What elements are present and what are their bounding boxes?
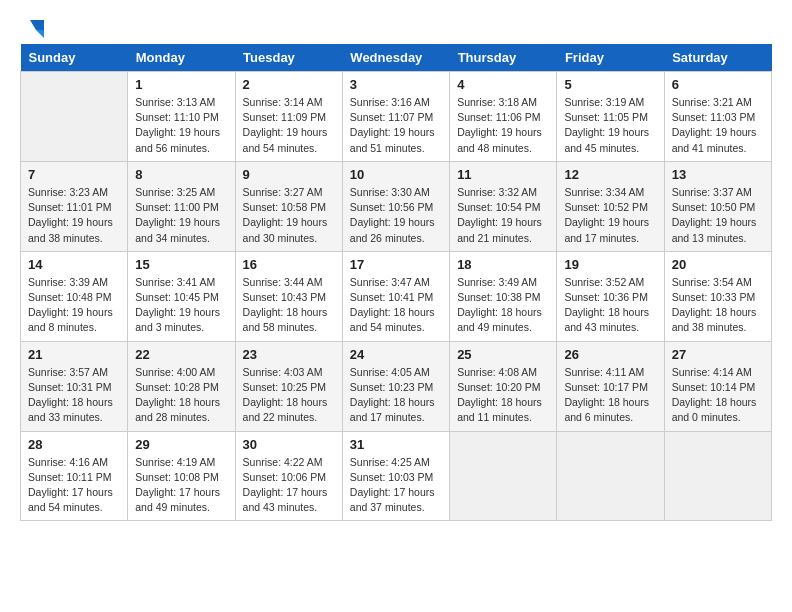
calendar-day: 31Sunrise: 4:25 AMSunset: 10:03 PMDaylig… xyxy=(342,431,449,521)
calendar-week: 7Sunrise: 3:23 AMSunset: 11:01 PMDayligh… xyxy=(21,161,772,251)
calendar-day: 2Sunrise: 3:14 AMSunset: 11:09 PMDayligh… xyxy=(235,72,342,162)
svg-marker-1 xyxy=(36,30,44,38)
calendar-day: 9Sunrise: 3:27 AMSunset: 10:58 PMDayligh… xyxy=(235,161,342,251)
day-info: Sunrise: 3:41 AMSunset: 10:45 PMDaylight… xyxy=(135,275,227,336)
calendar-day: 21Sunrise: 3:57 AMSunset: 10:31 PMDaylig… xyxy=(21,341,128,431)
day-number: 15 xyxy=(135,257,227,272)
day-info: Sunrise: 3:47 AMSunset: 10:41 PMDaylight… xyxy=(350,275,442,336)
calendar-day: 24Sunrise: 4:05 AMSunset: 10:23 PMDaylig… xyxy=(342,341,449,431)
day-info: Sunrise: 3:49 AMSunset: 10:38 PMDaylight… xyxy=(457,275,549,336)
day-info: Sunrise: 3:23 AMSunset: 11:01 PMDaylight… xyxy=(28,185,120,246)
calendar-day: 17Sunrise: 3:47 AMSunset: 10:41 PMDaylig… xyxy=(342,251,449,341)
day-number: 19 xyxy=(564,257,656,272)
day-info: Sunrise: 4:03 AMSunset: 10:25 PMDaylight… xyxy=(243,365,335,426)
day-number: 24 xyxy=(350,347,442,362)
day-info: Sunrise: 3:18 AMSunset: 11:06 PMDaylight… xyxy=(457,95,549,156)
day-info: Sunrise: 4:11 AMSunset: 10:17 PMDaylight… xyxy=(564,365,656,426)
calendar-body: 1Sunrise: 3:13 AMSunset: 11:10 PMDayligh… xyxy=(21,72,772,521)
day-info: Sunrise: 4:25 AMSunset: 10:03 PMDaylight… xyxy=(350,455,442,516)
header-day: Tuesday xyxy=(235,44,342,72)
day-number: 13 xyxy=(672,167,764,182)
day-info: Sunrise: 4:08 AMSunset: 10:20 PMDaylight… xyxy=(457,365,549,426)
calendar-day: 22Sunrise: 4:00 AMSunset: 10:28 PMDaylig… xyxy=(128,341,235,431)
header-day: Wednesday xyxy=(342,44,449,72)
day-number: 10 xyxy=(350,167,442,182)
header-day: Saturday xyxy=(664,44,771,72)
page-header xyxy=(20,16,772,38)
day-info: Sunrise: 3:54 AMSunset: 10:33 PMDaylight… xyxy=(672,275,764,336)
day-number: 18 xyxy=(457,257,549,272)
calendar-day: 25Sunrise: 4:08 AMSunset: 10:20 PMDaylig… xyxy=(450,341,557,431)
calendar-day: 28Sunrise: 4:16 AMSunset: 10:11 PMDaylig… xyxy=(21,431,128,521)
calendar-day: 5Sunrise: 3:19 AMSunset: 11:05 PMDayligh… xyxy=(557,72,664,162)
day-number: 3 xyxy=(350,77,442,92)
day-number: 27 xyxy=(672,347,764,362)
day-info: Sunrise: 3:37 AMSunset: 10:50 PMDaylight… xyxy=(672,185,764,246)
day-info: Sunrise: 3:27 AMSunset: 10:58 PMDaylight… xyxy=(243,185,335,246)
day-number: 11 xyxy=(457,167,549,182)
day-info: Sunrise: 4:19 AMSunset: 10:08 PMDaylight… xyxy=(135,455,227,516)
day-number: 31 xyxy=(350,437,442,452)
day-info: Sunrise: 4:00 AMSunset: 10:28 PMDaylight… xyxy=(135,365,227,426)
day-number: 5 xyxy=(564,77,656,92)
header-day: Monday xyxy=(128,44,235,72)
calendar-day: 30Sunrise: 4:22 AMSunset: 10:06 PMDaylig… xyxy=(235,431,342,521)
day-info: Sunrise: 4:16 AMSunset: 10:11 PMDaylight… xyxy=(28,455,120,516)
calendar-week: 14Sunrise: 3:39 AMSunset: 10:48 PMDaylig… xyxy=(21,251,772,341)
day-info: Sunrise: 3:25 AMSunset: 11:00 PMDaylight… xyxy=(135,185,227,246)
day-number: 2 xyxy=(243,77,335,92)
calendar-day: 1Sunrise: 3:13 AMSunset: 11:10 PMDayligh… xyxy=(128,72,235,162)
day-number: 12 xyxy=(564,167,656,182)
day-info: Sunrise: 3:44 AMSunset: 10:43 PMDaylight… xyxy=(243,275,335,336)
day-info: Sunrise: 4:14 AMSunset: 10:14 PMDaylight… xyxy=(672,365,764,426)
day-info: Sunrise: 3:57 AMSunset: 10:31 PMDaylight… xyxy=(28,365,120,426)
day-info: Sunrise: 3:13 AMSunset: 11:10 PMDaylight… xyxy=(135,95,227,156)
day-number: 30 xyxy=(243,437,335,452)
day-number: 26 xyxy=(564,347,656,362)
day-number: 8 xyxy=(135,167,227,182)
calendar-day: 10Sunrise: 3:30 AMSunset: 10:56 PMDaylig… xyxy=(342,161,449,251)
calendar-week: 21Sunrise: 3:57 AMSunset: 10:31 PMDaylig… xyxy=(21,341,772,431)
day-info: Sunrise: 3:14 AMSunset: 11:09 PMDaylight… xyxy=(243,95,335,156)
calendar-day: 13Sunrise: 3:37 AMSunset: 10:50 PMDaylig… xyxy=(664,161,771,251)
day-number: 7 xyxy=(28,167,120,182)
day-number: 16 xyxy=(243,257,335,272)
day-number: 25 xyxy=(457,347,549,362)
svg-marker-0 xyxy=(30,20,44,30)
calendar-day xyxy=(664,431,771,521)
calendar-table: SundayMondayTuesdayWednesdayThursdayFrid… xyxy=(20,44,772,521)
day-info: Sunrise: 3:32 AMSunset: 10:54 PMDaylight… xyxy=(457,185,549,246)
logo-icon xyxy=(22,16,44,38)
calendar-day: 4Sunrise: 3:18 AMSunset: 11:06 PMDayligh… xyxy=(450,72,557,162)
calendar-day: 20Sunrise: 3:54 AMSunset: 10:33 PMDaylig… xyxy=(664,251,771,341)
header-row: SundayMondayTuesdayWednesdayThursdayFrid… xyxy=(21,44,772,72)
calendar-day: 15Sunrise: 3:41 AMSunset: 10:45 PMDaylig… xyxy=(128,251,235,341)
day-number: 21 xyxy=(28,347,120,362)
day-number: 29 xyxy=(135,437,227,452)
calendar-day xyxy=(557,431,664,521)
calendar-header: SundayMondayTuesdayWednesdayThursdayFrid… xyxy=(21,44,772,72)
day-number: 20 xyxy=(672,257,764,272)
day-info: Sunrise: 3:34 AMSunset: 10:52 PMDaylight… xyxy=(564,185,656,246)
day-info: Sunrise: 4:05 AMSunset: 10:23 PMDaylight… xyxy=(350,365,442,426)
day-info: Sunrise: 3:21 AMSunset: 11:03 PMDaylight… xyxy=(672,95,764,156)
day-number: 17 xyxy=(350,257,442,272)
calendar-day: 18Sunrise: 3:49 AMSunset: 10:38 PMDaylig… xyxy=(450,251,557,341)
calendar-day: 6Sunrise: 3:21 AMSunset: 11:03 PMDayligh… xyxy=(664,72,771,162)
calendar-day: 23Sunrise: 4:03 AMSunset: 10:25 PMDaylig… xyxy=(235,341,342,431)
day-number: 23 xyxy=(243,347,335,362)
calendar-day: 7Sunrise: 3:23 AMSunset: 11:01 PMDayligh… xyxy=(21,161,128,251)
calendar-day: 12Sunrise: 3:34 AMSunset: 10:52 PMDaylig… xyxy=(557,161,664,251)
day-number: 4 xyxy=(457,77,549,92)
calendar-day: 11Sunrise: 3:32 AMSunset: 10:54 PMDaylig… xyxy=(450,161,557,251)
day-info: Sunrise: 3:39 AMSunset: 10:48 PMDaylight… xyxy=(28,275,120,336)
calendar-day: 19Sunrise: 3:52 AMSunset: 10:36 PMDaylig… xyxy=(557,251,664,341)
calendar-day: 29Sunrise: 4:19 AMSunset: 10:08 PMDaylig… xyxy=(128,431,235,521)
day-info: Sunrise: 4:22 AMSunset: 10:06 PMDaylight… xyxy=(243,455,335,516)
calendar-week: 1Sunrise: 3:13 AMSunset: 11:10 PMDayligh… xyxy=(21,72,772,162)
calendar-day: 27Sunrise: 4:14 AMSunset: 10:14 PMDaylig… xyxy=(664,341,771,431)
day-number: 28 xyxy=(28,437,120,452)
day-info: Sunrise: 3:52 AMSunset: 10:36 PMDaylight… xyxy=(564,275,656,336)
calendar-day: 14Sunrise: 3:39 AMSunset: 10:48 PMDaylig… xyxy=(21,251,128,341)
day-info: Sunrise: 3:30 AMSunset: 10:56 PMDaylight… xyxy=(350,185,442,246)
